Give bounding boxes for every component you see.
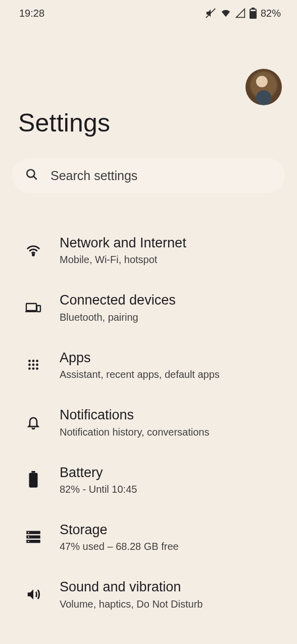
svg-point-15 <box>36 364 38 366</box>
signal-icon <box>235 8 245 18</box>
devices-icon <box>24 298 42 317</box>
svg-rect-3 <box>250 11 256 19</box>
item-sound-and-vibration[interactable]: Sound and vibration Volume, haptics, Do … <box>0 566 297 623</box>
svg-rect-7 <box>26 304 36 311</box>
item-title: Network and Internet <box>60 235 281 251</box>
svg-point-6 <box>33 254 34 255</box>
item-subtitle: Volume, haptics, Do Not Disturb <box>60 598 281 610</box>
svg-point-17 <box>32 368 35 370</box>
svg-point-13 <box>28 364 31 366</box>
svg-rect-8 <box>37 306 40 312</box>
profile-avatar[interactable] <box>245 69 282 105</box>
item-title: Apps <box>60 350 281 366</box>
svg-rect-19 <box>31 471 35 473</box>
item-subtitle: Bluetooth, pairing <box>60 312 281 323</box>
item-title: Sound and vibration <box>60 579 281 595</box>
item-storage[interactable]: Storage 47% used – 68.28 GB free <box>0 508 297 566</box>
svg-point-26 <box>28 541 29 542</box>
svg-point-16 <box>28 368 31 370</box>
item-apps[interactable]: Apps Assistant, recent apps, default app… <box>0 336 297 394</box>
battery-percent: 82% <box>261 8 281 19</box>
item-subtitle: 82% - Until 10:45 <box>60 484 281 495</box>
search-bar[interactable] <box>12 158 285 193</box>
item-title: Battery <box>60 464 281 481</box>
battery-icon <box>24 470 42 489</box>
svg-point-18 <box>36 368 38 370</box>
storage-icon <box>24 528 42 546</box>
svg-point-25 <box>28 536 29 538</box>
wifi-icon <box>24 241 42 260</box>
svg-rect-20 <box>29 473 38 488</box>
item-connected-devices[interactable]: Connected devices Bluetooth, pairing <box>0 279 297 336</box>
item-title: Notifications <box>60 407 281 423</box>
item-subtitle: Mobile, Wi-Fi, hotspot <box>60 254 281 266</box>
status-bar: 19:28 82% <box>0 0 297 23</box>
item-title: Storage <box>60 522 281 538</box>
item-notifications[interactable]: Notifications Notification history, conv… <box>0 394 297 451</box>
mute-icon <box>205 8 216 19</box>
svg-point-4 <box>27 169 34 177</box>
item-subtitle: 47% used – 68.28 GB free <box>60 541 281 552</box>
svg-point-24 <box>28 532 29 533</box>
search-input[interactable] <box>49 168 272 184</box>
item-network-and-internet[interactable]: Network and Internet Mobile, Wi-Fi, hots… <box>0 222 297 279</box>
apps-icon <box>24 356 42 374</box>
bell-icon <box>24 413 42 432</box>
sound-icon <box>24 585 42 604</box>
status-right-cluster: 82% <box>205 8 281 19</box>
item-battery[interactable]: Battery 82% - Until 10:45 <box>0 451 297 508</box>
item-title: Connected devices <box>60 292 281 308</box>
svg-point-11 <box>32 360 35 363</box>
svg-point-14 <box>32 364 35 366</box>
svg-point-10 <box>28 360 31 363</box>
svg-point-12 <box>36 360 38 363</box>
status-time: 19:28 <box>19 8 44 19</box>
page-title: Settings <box>18 108 297 138</box>
settings-list: Network and Internet Mobile, Wi-Fi, hots… <box>0 222 297 623</box>
battery-icon <box>250 8 257 19</box>
wifi-icon <box>220 8 231 19</box>
item-subtitle: Assistant, recent apps, default apps <box>60 369 281 380</box>
item-subtitle: Notification history, conversations <box>60 426 281 438</box>
svg-line-5 <box>33 176 37 180</box>
search-icon <box>25 168 38 183</box>
